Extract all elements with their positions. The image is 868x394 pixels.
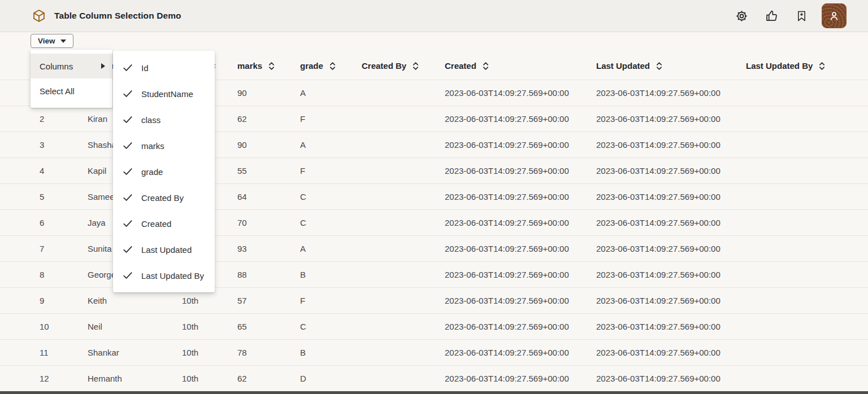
cell-id: 2 — [40, 114, 88, 124]
cell-grade: B — [300, 348, 362, 357]
column-header-last_updated_by[interactable]: Last Updated By — [746, 61, 868, 71]
cell-created: 2023-06-03T14:09:27.569+00:00 — [445, 322, 596, 331]
submenu-item-last-updated[interactable]: Last Updated — [113, 237, 215, 262]
submenu-item-label: Last Updated By — [141, 271, 204, 281]
column-header-label: marks — [237, 61, 262, 71]
cell-student-name: Shankar — [88, 348, 182, 357]
sort-icon[interactable] — [483, 62, 489, 71]
app-logo-cube-icon — [32, 8, 46, 23]
sort-icon[interactable] — [413, 62, 419, 71]
cell-marks: 57 — [237, 296, 300, 305]
table-row[interactable]: 10 Neil 10th 65 C 2023-06-03T14:09:27.56… — [0, 314, 868, 340]
menu-item-label: Columns — [40, 62, 73, 71]
sort-icon[interactable] — [656, 62, 662, 71]
cell-marks: 70 — [237, 218, 300, 227]
bookmark-button[interactable] — [792, 6, 811, 25]
cell-id: 4 — [40, 166, 88, 176]
menu-item-label: Select All — [40, 86, 75, 96]
view-menu-button-label: View — [38, 37, 55, 45]
submenu-item-class[interactable]: class — [113, 107, 215, 133]
cell-created: 2023-06-03T14:09:27.569+00:00 — [445, 218, 596, 227]
cell-student-name: Hemanth — [88, 374, 182, 383]
bookmark-add-icon — [796, 10, 808, 22]
submenu-item-marks[interactable]: marks — [113, 133, 215, 159]
submenu-item-id[interactable]: Id — [113, 55, 215, 81]
cell-created: 2023-06-03T14:09:27.569+00:00 — [445, 114, 596, 124]
column-header-marks[interactable]: marks — [237, 61, 300, 71]
cell-grade: F — [300, 166, 362, 176]
submenu-arrow-icon — [101, 63, 105, 69]
table-row[interactable]: 12 Hemanth 10th 62 D 2023-06-03T14:09:27… — [0, 366, 868, 392]
cell-grade: C — [300, 218, 362, 227]
column-header-label: Last Updated By — [746, 61, 813, 71]
checkmark-icon — [123, 89, 133, 99]
cell-class: 10th — [182, 296, 237, 305]
checkmark-icon — [123, 244, 133, 255]
submenu-item-studentname[interactable]: StudentName — [113, 81, 215, 107]
sort-icon[interactable] — [268, 62, 275, 71]
cell-marks: 88 — [237, 270, 300, 279]
cell-marks: 65 — [237, 322, 300, 331]
cell-last-updated: 2023-06-03T14:09:27.569+00:00 — [596, 88, 746, 98]
cell-id: 11 — [40, 348, 88, 357]
chevron-down-icon — [60, 40, 66, 43]
submenu-item-last-updated-by[interactable]: Last Updated By — [113, 262, 215, 288]
view-menu-button[interactable]: View — [31, 34, 73, 48]
cell-created: 2023-06-03T14:09:27.569+00:00 — [445, 88, 596, 98]
checkmark-icon — [123, 270, 133, 281]
gear-icon — [735, 10, 748, 23]
submenu-item-label: class — [141, 115, 160, 125]
checkmark-icon — [123, 218, 133, 229]
cell-marks: 55 — [237, 166, 300, 176]
column-header-last_updated[interactable]: Last Updated — [596, 61, 746, 71]
like-button[interactable] — [762, 6, 781, 25]
cell-marks: 62 — [237, 374, 300, 383]
sort-icon[interactable] — [819, 62, 825, 71]
cell-id: 7 — [40, 244, 88, 253]
column-header-label: grade — [300, 61, 323, 71]
cell-created: 2023-06-03T14:09:27.569+00:00 — [445, 348, 596, 357]
cell-last-updated: 2023-06-03T14:09:27.569+00:00 — [596, 348, 746, 357]
checkmark-icon — [123, 63, 133, 73]
table-row[interactable]: 11 Shankar 10th 78 B 2023-06-03T14:09:27… — [0, 340, 868, 366]
column-header-created[interactable]: Created — [445, 61, 596, 71]
column-header-grade[interactable]: grade — [300, 61, 362, 71]
sort-icon[interactable] — [329, 62, 336, 71]
cell-id: 5 — [40, 192, 88, 202]
cell-grade: D — [300, 374, 362, 383]
submenu-item-created[interactable]: Created — [113, 211, 215, 237]
cell-student-name: Neil — [88, 322, 182, 331]
checkmark-icon — [123, 141, 133, 151]
settings-button[interactable] — [732, 6, 751, 25]
cell-id: 12 — [40, 374, 88, 383]
menu-item-columns[interactable]: Columns — [31, 54, 112, 78]
cell-grade: C — [300, 192, 362, 202]
cell-created: 2023-06-03T14:09:27.569+00:00 — [445, 192, 596, 202]
column-header-created_by[interactable]: Created By — [362, 61, 445, 71]
view-menu-popup: Columns Select All — [31, 50, 112, 108]
horizontal-scrollbar[interactable] — [0, 391, 868, 394]
cell-grade: A — [300, 88, 362, 98]
cell-marks: 78 — [237, 348, 300, 357]
cell-marks: 90 — [237, 140, 300, 150]
cell-created: 2023-06-03T14:09:27.569+00:00 — [445, 374, 596, 383]
menu-item-select-all[interactable]: Select All — [31, 78, 112, 103]
cell-last-updated: 2023-06-03T14:09:27.569+00:00 — [596, 296, 746, 305]
column-header-label: Last Updated — [596, 61, 650, 71]
cell-last-updated: 2023-06-03T14:09:27.569+00:00 — [596, 114, 746, 124]
submenu-item-created-by[interactable]: Created By — [113, 185, 215, 211]
cell-marks: 93 — [237, 244, 300, 253]
cell-last-updated: 2023-06-03T14:09:27.569+00:00 — [596, 322, 746, 331]
cell-grade: B — [300, 270, 362, 279]
cell-id: 6 — [40, 218, 88, 227]
submenu-item-label: Created — [141, 219, 171, 229]
avatar[interactable] — [822, 3, 847, 28]
cell-class: 10th — [182, 322, 237, 331]
person-icon — [827, 9, 841, 23]
submenu-item-grade[interactable]: grade — [113, 159, 215, 185]
toolbar: View — [0, 32, 868, 50]
submenu-item-label: marks — [141, 141, 164, 151]
cell-grade: C — [300, 322, 362, 331]
columns-submenu-popup: Id StudentName class marks — [113, 51, 215, 292]
checkmark-icon — [123, 167, 133, 177]
